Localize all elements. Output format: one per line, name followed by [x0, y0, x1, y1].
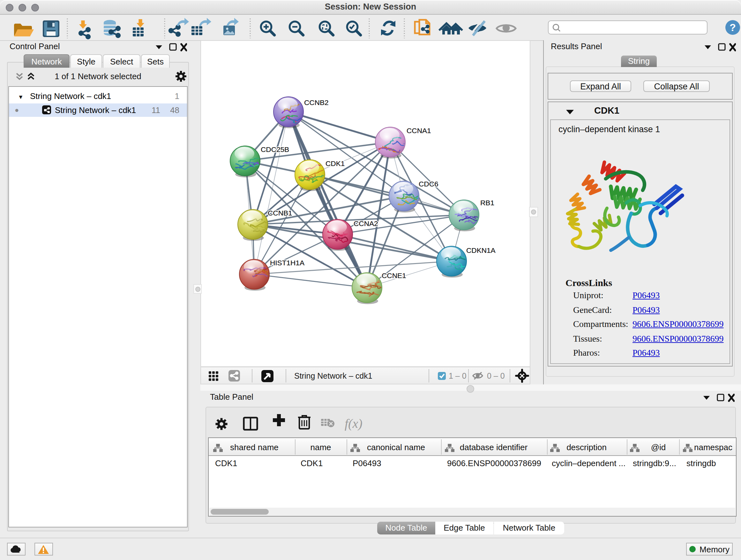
svg-text:1 – 0: 1 – 0	[449, 371, 467, 380]
svg-text:CCNB2: CCNB2	[304, 99, 329, 107]
svg-text:RB1: RB1	[480, 199, 494, 207]
svg-text:String Network – cdk1: String Network – cdk1	[294, 371, 373, 380]
svg-text:CDK1: CDK1	[326, 160, 345, 168]
svg-text:CCNA1: CCNA1	[407, 127, 431, 135]
svg-text:?: ?	[730, 22, 736, 33]
svg-text:0 – 0: 0 – 0	[487, 371, 505, 380]
svg-text:f(x): f(x)	[345, 416, 362, 431]
svg-text:CCNA2: CCNA2	[354, 220, 378, 228]
svg-text:CCNE1: CCNE1	[382, 272, 406, 280]
svg-text:HIST1H1A: HIST1H1A	[270, 259, 305, 267]
svg-text:CDC25B: CDC25B	[261, 145, 289, 153]
svg-text:CDC6: CDC6	[419, 180, 439, 188]
svg-text:CDKN1A: CDKN1A	[466, 246, 496, 254]
svg-text:CCNB1: CCNB1	[268, 209, 292, 217]
